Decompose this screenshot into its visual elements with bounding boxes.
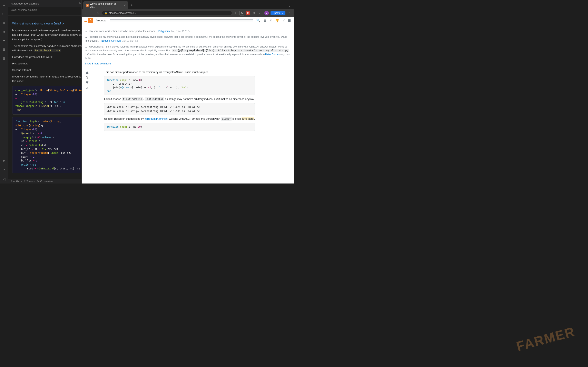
edit-icon[interactable]: ✎ — [79, 2, 81, 6]
answer-block: ▲ 3 ▼ ↺ This has similar performance to … — [85, 67, 291, 135]
tab-title: Why is string creation so slo... — [90, 2, 122, 8]
highlight-faster: 60% faster — [242, 117, 254, 120]
new-tab-button[interactable]: + — [129, 3, 134, 8]
so-inbox-icon[interactable]: ✉ — [269, 18, 273, 23]
so-logo: ☰ S Products — [84, 18, 108, 23]
vote-count: 3 — [86, 75, 88, 80]
nav-refresh-button[interactable]: ↻ — [96, 11, 101, 16]
so-header-icons: 🔍 ⊞ ✉ 🏆 ? ☰ — [255, 18, 292, 23]
char-count: 1495 characters — [37, 180, 53, 183]
perf-line-1: @btime chop3(s) setup=(s=randstring(10^6… — [107, 105, 252, 109]
comment-item: ▲ why your code works should also be mad… — [85, 29, 291, 34]
vote-down-button[interactable]: ▼ — [85, 80, 89, 85]
answer-para-5: Second attempt: — [12, 68, 82, 72]
breadcrumb: stack overflow example — [8, 7, 82, 13]
sidebar-icon-compass[interactable]: ⊙ — [1, 2, 7, 7]
r-extension-icon[interactable]: R — [246, 11, 250, 15]
so-achievements-icon[interactable]: ⊞ — [263, 18, 267, 23]
comment-author-1[interactable]: Polygnome — [158, 30, 171, 33]
so-body: ▲ why your code works should also be mad… — [82, 24, 294, 137]
show-more-comments-link[interactable]: Show 3 more comments — [85, 61, 291, 66]
at-mention: @BogumilKaminski — [145, 117, 168, 120]
browser-tab-so[interactable]: S Why is string creation so slo... ✕ — [83, 1, 128, 9]
left-sidebar: ⊙ ⟵ ⊕ ◈ ✦ ⊞ ⊟ ⚙ ? ◁ — [0, 0, 8, 184]
answer-para-4: First attempt: — [12, 61, 82, 66]
editor-title-bar: stack overflow example ✎ ✕ ⋮ — [8, 0, 82, 7]
sidebar-icon-gear[interactable]: ⚙ — [1, 158, 7, 164]
answer-history-button[interactable]: ↺ — [86, 87, 88, 90]
inline-code-lastindex: lastindex(s) — [145, 97, 164, 101]
sidebar-icon-graph[interactable]: ◈ — [1, 29, 7, 34]
comment-code: As [@jling explained] (link), Julia stri… — [172, 49, 289, 52]
extension-puzzle-icon[interactable]: ⊞ — [251, 11, 256, 16]
comment-vote-up-2[interactable]: ▲ — [85, 36, 87, 38]
so-nav-icon[interactable]: ☰ — [287, 18, 292, 23]
browser-panel: S Why is string creation so slo... ✕ + ⌄… — [82, 0, 294, 184]
address-bar-row: ← → ↻ 🔒 stackoverflow.com/que... ☆ Aa R … — [82, 9, 294, 17]
so-help-icon[interactable]: ? — [282, 18, 285, 23]
backlinks-count: 0 backlinks — [11, 180, 22, 183]
question-heading[interactable]: Why is string creation so slow in Julia?… — [12, 21, 82, 26]
comment-text-1: why your code works should also be made … — [89, 30, 158, 33]
comment-edit-icon[interactable]: ✎ — [188, 30, 190, 33]
update-section: Update: Based on suggestions by @Bogumil… — [104, 117, 255, 131]
so-reputation-icon[interactable]: 🏆 — [275, 18, 280, 23]
reading-mode-icon[interactable]: Aa — [240, 11, 244, 16]
inline-code-substring: SubString{String} — [34, 49, 61, 52]
user-avatar[interactable]: ● — [264, 11, 269, 15]
browser-chrome: S Why is string creation so slo... ✕ + ⌄… — [82, 0, 294, 17]
update-paragraph: Update: Based on suggestions by @Bogumil… — [104, 117, 255, 121]
update-button[interactable]: Update ⌄ — [270, 11, 285, 15]
comment-item: ▲ I considered my answer as a side infor… — [85, 34, 291, 44]
so-main-content: ▲ why your code works should also be mad… — [82, 24, 294, 137]
answer-p1: This has similar performance to the vers… — [104, 70, 255, 75]
lock-icon: 🔒 — [104, 12, 107, 15]
so-search-bar[interactable] — [110, 19, 253, 21]
comment-date-2: May 19 at 14:02 — [121, 40, 138, 42]
so-menu-icon[interactable]: ☰ — [84, 18, 87, 23]
nav-back-button[interactable]: ← — [84, 11, 89, 16]
inline-code-firstindex: firstindex(s) — [122, 97, 143, 101]
sidebar-icon-tag[interactable]: ⊞ — [1, 47, 7, 52]
comment-author-2[interactable]: Bogumił Kamiński — [102, 39, 121, 42]
tab-close-button[interactable]: ✕ — [124, 4, 126, 7]
tab-chevron-down[interactable]: ⌄ — [286, 3, 292, 8]
tablet-icon[interactable]: ▱ — [258, 11, 263, 16]
vote-section: ▲ 3 ▼ ↺ — [85, 70, 89, 90]
editor-content: Why is string creation so slow in Julia?… — [8, 18, 82, 179]
sidebar-icon-link[interactable]: ⟵ — [1, 11, 7, 16]
so-products-button[interactable]: Products — [94, 18, 108, 23]
comment-item: ▲ @Polygnome: I think they're referring … — [85, 44, 291, 62]
nav-forward-button[interactable]: → — [90, 11, 95, 16]
comment-author-3[interactable]: Peter Cordes — [265, 53, 280, 56]
sidebar-icon-calendar[interactable]: ⊟ — [1, 55, 7, 61]
vote-up-button[interactable]: ▲ — [85, 70, 89, 75]
comment-date-1: May 19 at 13:31 — [171, 30, 187, 33]
address-bar[interactable]: 🔒 stackoverflow.com/que... — [102, 11, 232, 15]
answer-para-1: My preference would be to use a generic … — [12, 28, 82, 42]
comment-vote-up-3[interactable]: ▲ — [85, 45, 87, 48]
comment-section: ▲ why your code works should also be mad… — [85, 27, 291, 67]
sidebar-icon-star[interactable]: ✦ — [1, 38, 7, 43]
code-block-2: function chop4(s::Union{String, SubStrin… — [12, 117, 82, 173]
word-count: 220 words — [24, 180, 35, 183]
so-code-block-2: function chop3(s; nc=80) — [104, 123, 255, 131]
sidebar-icon-search[interactable]: ⊕ — [1, 20, 7, 25]
update-code-sizeof: sizeof — [221, 117, 232, 121]
bookmark-icon[interactable]: ☆ — [233, 11, 238, 16]
answer-p2: I didn't choose firstindex(s), lastindex… — [104, 97, 255, 101]
answer-para-3: How does the given solution work: — [12, 55, 82, 59]
so-search-icon[interactable]: 🔍 — [255, 18, 261, 23]
browser-menu-icon[interactable]: ⋮ — [287, 11, 292, 16]
sidebar-icon-help[interactable]: ? — [1, 167, 7, 173]
answer-body: This has similar performance to the vers… — [104, 70, 255, 133]
tab-bar: S Why is string creation so slo... ✕ + ⌄ — [82, 0, 294, 9]
status-bar: 0 backlinks 220 words 1495 characters ⓘ — [8, 179, 82, 184]
update-chevron-icon: ⌄ — [281, 12, 283, 15]
editor-title: stack overflow example — [11, 2, 77, 5]
comment-vote-up[interactable]: ▲ — [85, 30, 87, 33]
tab-favicon: S — [86, 4, 89, 7]
answer-para-6: If you want something faster than regex … — [12, 75, 82, 83]
sidebar-icon-collapse[interactable]: ◁ — [1, 176, 7, 182]
so-content: ☰ S Products 🔍 ⊞ ✉ 🏆 ? ☰ — [82, 17, 294, 184]
